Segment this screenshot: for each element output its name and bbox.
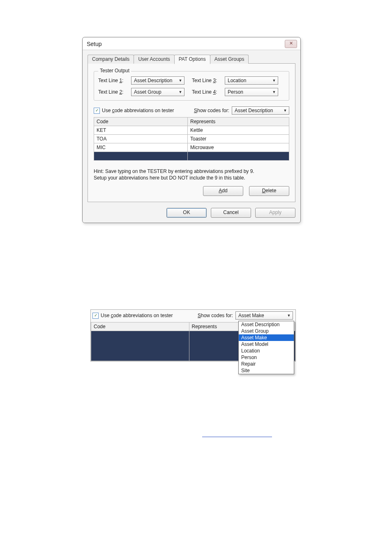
chevron-down-icon: ▼ (282, 108, 288, 113)
close-icon: ✕ (289, 41, 293, 46)
tester-output-group: Tester Output Text Line 1: Asset Descrip… (94, 71, 289, 101)
cell-represents[interactable]: Kettle (188, 126, 289, 135)
show-codes-dropdown-list[interactable]: Asset Description Asset Group Asset Make… (238, 321, 294, 374)
cell-code[interactable]: TOA (94, 135, 188, 143)
add-button[interactable]: Add (203, 186, 243, 196)
codes-table-header-represents[interactable]: Represents (188, 117, 289, 126)
table-row[interactable]: KET Kettle (94, 126, 289, 135)
chevron-down-icon: ▼ (178, 90, 183, 94)
apply-button[interactable]: Apply (255, 208, 295, 218)
chevron-down-icon: ▼ (271, 78, 277, 83)
use-codes-label-2: Use code abbreviations on tester (101, 313, 173, 318)
cell-code[interactable]: MIC (94, 143, 188, 152)
combo-show-codes-for-value: Asset Description (235, 108, 273, 113)
hint-text: Hint: Save typing on the TESTER by enter… (94, 168, 289, 181)
cell-represents[interactable]: Microwave (188, 143, 289, 152)
dropdown-option[interactable]: Asset Description (239, 321, 294, 328)
combo-show-codes-for[interactable]: Asset Description ▼ (232, 106, 289, 115)
combo-text-line-4-value: Person (228, 89, 243, 95)
window-title: Setup (87, 41, 102, 47)
tester-output-legend: Tester Output (98, 68, 131, 74)
footer-link[interactable] (202, 436, 272, 437)
cell-code[interactable]: KET (94, 126, 188, 135)
tab-asset-groups[interactable]: Asset Groups (210, 55, 249, 64)
setup-dialog: Setup ✕ Company Details User Accounts PA… (82, 37, 301, 223)
table-new-row[interactable] (94, 152, 289, 161)
delete-button[interactable]: Delete (249, 186, 289, 196)
combo-text-line-3[interactable]: Location ▼ (225, 76, 278, 85)
tab-company-details[interactable]: Company Details (88, 55, 134, 64)
chevron-down-icon: ▼ (271, 90, 277, 94)
dropdown-option[interactable]: Asset Model (239, 341, 294, 348)
label-text-line-4: Text Line 4: (192, 89, 225, 95)
label-text-line-3: Text Line 3: (192, 78, 225, 83)
label-text-line-2: Text Line 2: (98, 89, 131, 95)
use-codes-checkbox-2[interactable]: ✓ (92, 313, 99, 319)
close-button[interactable]: ✕ (285, 40, 297, 48)
cancel-button[interactable]: Cancel (211, 208, 251, 218)
codes-fragment-expanded: ✓ Use code abbreviations on tester Show … (90, 309, 296, 362)
dropdown-option[interactable]: Asset Group (239, 328, 294, 334)
codes-table[interactable]: Code Represents KET Kettle TOA Toaster (94, 117, 289, 161)
combo-show-codes-for-2[interactable]: Asset Make ▼ (235, 311, 293, 320)
show-codes-label: Show codes for: (194, 108, 229, 113)
combo-text-line-2-value: Asset Group (134, 89, 161, 95)
chevron-down-icon: ▼ (286, 313, 292, 318)
titlebar: Setup ✕ (83, 37, 300, 50)
dropdown-option[interactable]: Site (239, 367, 294, 374)
hint-line-2: Setup your abbreviations here but DO NOT… (94, 175, 289, 181)
dialog-body: Company Details User Accounts PAT Option… (83, 50, 300, 223)
dropdown-option[interactable]: Person (239, 354, 294, 361)
cell-represents[interactable]: Toaster (188, 135, 289, 143)
hint-line-1: Hint: Save typing on the TESTER by enter… (94, 168, 289, 175)
use-codes-label: Use code abbreviations on tester (102, 108, 174, 113)
dropdown-option-selected[interactable]: Asset Make (239, 334, 294, 341)
combo-text-line-3-value: Location (228, 78, 246, 83)
codes-table-2-header-code[interactable]: Code (91, 322, 189, 331)
tab-strip: Company Details User Accounts PAT Option… (88, 54, 295, 64)
chevron-down-icon: ▼ (178, 78, 183, 83)
ok-button[interactable]: OK (166, 208, 207, 218)
combo-text-line-4[interactable]: Person ▼ (225, 88, 278, 96)
label-text-line-1: Text Line 1: (98, 78, 131, 83)
table-row[interactable]: MIC Microwave (94, 143, 289, 152)
dropdown-option[interactable]: Repair (239, 361, 294, 367)
dropdown-option[interactable]: Location (239, 348, 294, 354)
show-codes-label-2: Show codes for: (198, 313, 233, 318)
combo-show-codes-for-2-value: Asset Make (238, 313, 264, 318)
combo-text-line-1-value: Asset Description (134, 78, 172, 83)
table-row[interactable]: TOA Toaster (94, 135, 289, 143)
use-codes-checkbox[interactable]: ✓ (94, 108, 100, 114)
codes-table-header-code[interactable]: Code (94, 117, 188, 126)
combo-text-line-2[interactable]: Asset Group ▼ (131, 88, 184, 96)
page-footer (82, 435, 392, 441)
tab-panel-pat-options: Tester Output Text Line 1: Asset Descrip… (88, 63, 295, 202)
combo-text-line-1[interactable]: Asset Description ▼ (131, 76, 184, 85)
tab-pat-options[interactable]: PAT Options (174, 55, 210, 64)
tab-user-accounts[interactable]: User Accounts (134, 55, 174, 64)
